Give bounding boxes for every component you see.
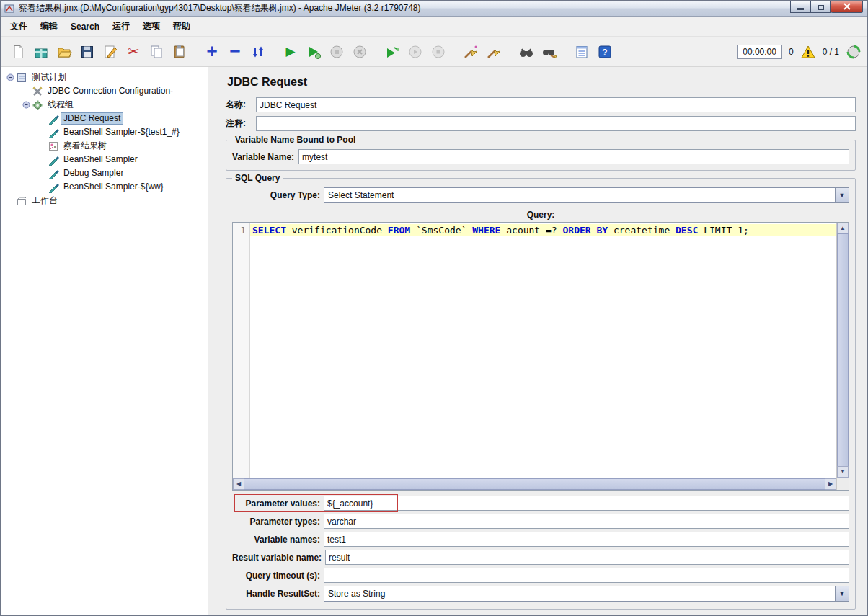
toolbar: ✂ + − ▶ [1,37,867,67]
scroll-left-button[interactable]: ◀ [233,478,244,490]
remote-start-all-button[interactable] [381,40,404,63]
variable-names-input[interactable] [324,532,849,547]
parameter-values-input[interactable] [324,496,849,511]
function-helper-button[interactable] [570,40,593,63]
tree-item-beanshell-sampler-ww[interactable]: BeanShell Sampler-${ww} [1,180,208,194]
scrollbar-corner [836,478,849,490]
help-icon: ? [597,44,613,60]
maximize-button[interactable] [810,1,831,13]
binoculars-icon [518,44,534,60]
menu-file[interactable]: 文件 [4,17,34,36]
copy-button[interactable] [145,40,168,63]
horizontal-scrollbar[interactable]: ◀ ▶ [233,478,849,490]
tree-collapse-handle[interactable] [20,100,32,110]
shutdown-button[interactable] [348,40,371,63]
clear-button[interactable] [459,40,482,63]
broom-all-icon [486,44,502,60]
paste-button[interactable] [168,40,191,63]
maximize-icon [818,5,824,10]
pool-groupbox: Variable Name Bound to Pool Variable Nam… [226,140,856,171]
query-type-label: Query Type: [232,190,320,200]
tree-item-beanshell-sampler[interactable]: BeanShell Sampler [1,153,208,166]
jdbc-config-icon [32,86,45,97]
stop-icon [329,44,345,60]
menu-help[interactable]: 帮助 [167,17,197,36]
sql-code-area[interactable]: SELECT verificationCode FROM `SmsCode` W… [250,223,836,478]
templates-button[interactable] [30,40,53,63]
horizontal-scroll-thumb[interactable] [244,478,825,490]
start-no-timers-button[interactable] [302,40,325,63]
test-plan-icon [16,72,29,84]
vertical-scroll-thumb[interactable] [837,233,849,467]
tree-item-test-plan[interactable]: 测试计划 [1,71,208,84]
active-threads: 0 / 1 [823,47,839,57]
name-input[interactable] [256,97,856,112]
search-button[interactable] [515,40,538,63]
tree-item-beanshell-sampler-test1[interactable]: BeanShell Sampler-${test1_#} [1,125,208,139]
stop-button[interactable] [325,40,348,63]
sampler-icon [48,154,61,166]
window-title: 察看结果树.jmx (D:\MyConfiguration\gyp43017\D… [19,2,421,14]
variable-name-label: Variable Name: [232,152,294,162]
jmeter-window: 察看结果树.jmx (D:\MyConfiguration\gyp43017\D… [0,0,868,616]
templates-icon [33,44,49,60]
panel-splitter[interactable] [208,67,217,615]
query-type-select[interactable]: Select Statement ▼ [324,187,849,203]
tree-item-thread-group[interactable]: 线程组 [1,98,208,112]
clear-all-button[interactable] [482,40,505,63]
vertical-scrollbar[interactable]: ▲ ▼ [836,223,849,478]
handle-resultset-select[interactable]: Store as String ▼ [324,586,849,602]
cut-button[interactable]: ✂ [122,40,145,63]
tree-item-debug-sampler[interactable]: Debug Sampler [1,166,208,180]
parameter-types-input[interactable] [324,514,849,529]
minimize-button[interactable] [790,1,810,13]
help-button[interactable]: ? [593,40,616,63]
query-timeout-input[interactable] [324,568,849,583]
page-title: JDBC Request [227,76,856,89]
warning-triangle-icon[interactable] [800,44,816,60]
toolbar-status-area: 00:00:00 0 0 / 1 [737,44,862,60]
tree-collapse-handle[interactable] [4,73,16,82]
minimize-icon [797,8,804,10]
parameter-values-label: Parameter values: [232,499,320,509]
tree-item-view-results-tree[interactable]: 察看结果树 [1,139,208,153]
search-reset-button[interactable] [538,40,561,63]
menu-options[interactable]: 选项 [136,17,167,36]
comments-input[interactable] [256,116,856,131]
expand-all-button[interactable]: + [200,40,223,63]
close-button[interactable] [831,1,863,13]
sampler-icon [48,182,61,193]
open-button[interactable] [53,40,76,63]
test-status-indicator [846,44,862,60]
menu-run[interactable]: 运行 [106,17,136,36]
new-button[interactable] [6,40,30,63]
tree-item-jdbc-connection-configuration[interactable]: JDBC Connection Configuration- [1,84,208,98]
scroll-up-button[interactable]: ▲ [837,223,849,234]
jmeter-app-icon [4,4,14,14]
menu-edit[interactable]: 编辑 [34,17,64,36]
remote-stop-all-button[interactable] [404,40,427,63]
window-controls [790,1,863,13]
result-variable-name-input[interactable] [325,550,849,565]
results-tree-icon [48,140,61,152]
save-button[interactable] [76,40,99,63]
start-button[interactable]: ▶ [279,40,302,63]
scroll-down-button[interactable]: ▼ [837,466,849,478]
result-variable-name-label: Result variable name: [232,553,322,563]
tree-knob-icon [22,100,31,110]
jdbc-request-panel: JDBC Request 名称: 注释: Variable Name Bound… [217,67,867,615]
query-timeout-label: Query timeout (s): [232,571,320,581]
menu-search[interactable]: Search [64,18,106,35]
remote-shutdown-all-button[interactable] [427,40,450,63]
tree-item-jdbc-request[interactable]: JDBC Request [1,112,208,125]
save-as-button[interactable] [99,40,122,63]
toggle-button[interactable] [247,40,270,63]
play-icon: ▶ [285,45,295,58]
variable-name-input[interactable] [298,149,849,164]
scroll-right-button[interactable]: ▶ [825,478,836,490]
collapse-all-button[interactable]: − [223,40,247,63]
test-plan-tree: 测试计划 JDBC Connection Configuration- [1,67,208,615]
sampler-icon [48,113,61,125]
play-clock-icon [306,44,322,60]
tree-item-workbench[interactable]: 工作台 [1,194,208,207]
